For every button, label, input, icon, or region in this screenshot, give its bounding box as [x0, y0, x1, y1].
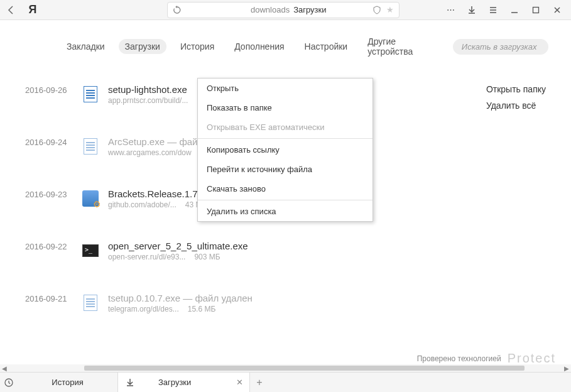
- scroll-left-icon[interactable]: ◀: [0, 365, 9, 372]
- minimize-button[interactable]: [508, 4, 521, 16]
- address-prefix: downloads: [251, 5, 290, 14]
- content-area: Закладки Загрузки История Дополнения Нас…: [0, 20, 571, 372]
- bottom-tab-history[interactable]: История: [18, 373, 118, 392]
- footer-status: Проверено технологией Protect: [417, 351, 556, 366]
- bottom-tab-label: История: [52, 378, 83, 387]
- download-date: 2016-09-23: [25, 188, 80, 199]
- context-menu: Открыть Показать в папке Открывать EXE а…: [197, 78, 373, 222]
- nav-tabs: Закладки Загрузки История Дополнения Нас…: [0, 20, 571, 59]
- download-item[interactable]: 2016-09-22 open_server_5_2_5_ultimate.ex…: [25, 241, 552, 261]
- svg-rect-0: [533, 7, 539, 13]
- tab-bookmarks[interactable]: Закладки: [60, 39, 111, 54]
- tab-devices[interactable]: Другие устройства: [361, 34, 445, 59]
- close-tab-icon[interactable]: ✕: [236, 378, 243, 387]
- menu-icon[interactable]: [487, 4, 499, 16]
- menu-show-in-folder[interactable]: Показать в папке: [198, 98, 373, 117]
- side-actions: Открыть папку Удалить всё: [486, 84, 546, 117]
- file-icon: [80, 136, 101, 156]
- download-icon[interactable]: [465, 4, 478, 16]
- scrollbar-thumb[interactable]: [84, 366, 525, 371]
- download-date: 2016-09-22: [25, 241, 80, 251]
- address-bar[interactable]: downloads Загрузки ★: [167, 2, 400, 18]
- tab-settings[interactable]: Настройки: [298, 39, 354, 54]
- address-title: Загрузки: [293, 5, 326, 14]
- maximize-button[interactable]: [530, 4, 542, 16]
- tab-downloads[interactable]: Загрузки: [119, 39, 166, 54]
- bottom-bar: История Загрузки ✕ +: [0, 372, 571, 392]
- titlebar: Я downloads Загрузки ★ ⋯: [0, 0, 571, 20]
- download-item[interactable]: 2016-09-21 tsetup.0.10.7.exe — файл удал…: [25, 293, 552, 313]
- download-size: 15.6 МБ: [188, 305, 216, 313]
- file-icon: [80, 188, 101, 209]
- new-tab-button[interactable]: +: [250, 377, 269, 388]
- verified-text: Проверено технологией: [417, 354, 501, 363]
- download-date: 2016-09-24: [25, 136, 80, 147]
- menu-separator: [198, 200, 373, 200]
- menu-separator: [198, 138, 373, 139]
- menu-go-to-source[interactable]: Перейти к источнику файла: [198, 160, 373, 179]
- menu-auto-open-exe: Открывать EXE автоматически: [198, 117, 373, 137]
- download-date: 2016-09-26: [25, 84, 80, 95]
- download-source: app.prntscr.com/build/...: [108, 96, 188, 105]
- tab-history[interactable]: История: [174, 39, 220, 54]
- close-button[interactable]: [551, 4, 563, 16]
- search-input[interactable]: Искать в загрузках: [453, 39, 548, 55]
- menu-remove-from-list[interactable]: Удалить из списка: [198, 202, 373, 221]
- download-source: www.arcgames.com/dow: [108, 148, 192, 157]
- file-icon: [80, 241, 101, 261]
- open-folder-link[interactable]: Открыть папку: [486, 84, 546, 94]
- file-icon: [80, 84, 101, 104]
- downloads-list: Открыть папку Удалить всё 2016-09-26 set…: [0, 59, 571, 313]
- shield-icon[interactable]: [373, 6, 381, 14]
- back-button[interactable]: [3, 1, 20, 19]
- menu-redownload[interactable]: Скачать заново: [198, 179, 373, 199]
- scroll-right-icon[interactable]: ▶: [562, 365, 571, 372]
- download-icon: [126, 378, 134, 387]
- bottom-tab-downloads[interactable]: Загрузки ✕: [118, 373, 250, 392]
- download-source: github.com/adobe/...: [108, 200, 177, 209]
- download-name: open_server_5_2_5_ultimate.exe: [108, 241, 552, 251]
- download-date: 2016-09-21: [25, 293, 80, 303]
- download-name: tsetup.0.10.7.exe — файл удален: [108, 293, 552, 303]
- delete-all-link[interactable]: Удалить всё: [486, 101, 546, 111]
- reload-icon[interactable]: [173, 6, 182, 14]
- star-icon[interactable]: ★: [386, 5, 394, 14]
- protect-logo: Protect: [508, 351, 556, 366]
- file-icon: [80, 293, 101, 313]
- clock-icon[interactable]: [0, 378, 18, 387]
- window-controls: ⋯: [444, 4, 568, 16]
- horizontal-scrollbar[interactable]: ◀ ▶: [0, 364, 571, 372]
- bottom-tab-label: Загрузки: [158, 378, 191, 387]
- download-source: telegram.org/dl/des...: [108, 305, 179, 313]
- menu-copy-link[interactable]: Копировать ссылку: [198, 140, 373, 160]
- more-icon[interactable]: ⋯: [444, 4, 457, 16]
- tab-addons[interactable]: Дополнения: [228, 39, 290, 54]
- menu-open[interactable]: Открыть: [198, 79, 373, 98]
- download-size: 903 МБ: [194, 253, 220, 261]
- yandex-logo[interactable]: Я: [24, 1, 41, 19]
- download-source: open-server.ru/dl/e93...: [108, 253, 185, 261]
